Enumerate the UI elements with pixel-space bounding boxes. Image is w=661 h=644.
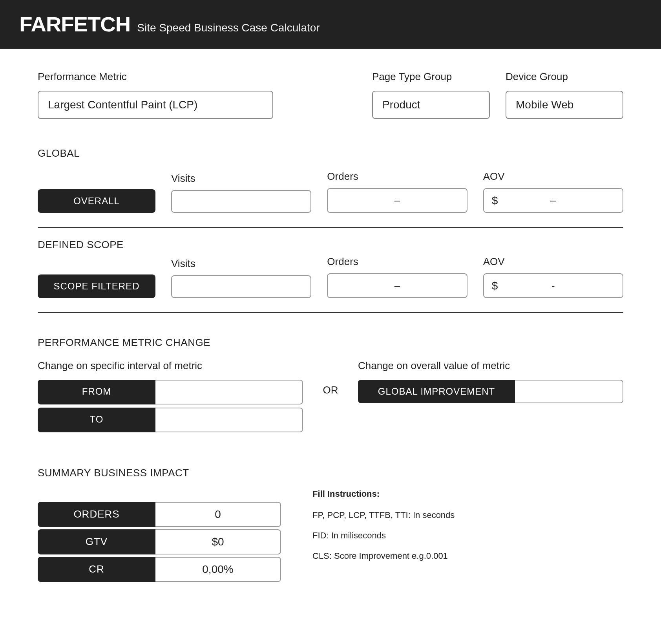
logo-text: FARFETCH (19, 13, 130, 36)
aov-label: AOV (483, 256, 623, 268)
interval-change-col: Change on specific interval of metric FR… (38, 360, 303, 435)
to-label: TO (38, 408, 155, 432)
filter-label: Performance Metric (38, 71, 273, 83)
overall-change-label: Change on overall value of metric (358, 360, 623, 372)
summary-table: ORDERS 0 GTV $0 CR 0,00% (38, 502, 281, 582)
currency-symbol: $ (492, 280, 498, 292)
device-group-select[interactable]: Mobile Web (506, 91, 623, 119)
page-type-select[interactable]: Product (372, 91, 490, 119)
summary-cr-row: CR 0,00% (38, 557, 281, 582)
interval-change-label: Change on specific interval of metric (38, 360, 303, 372)
scope-stats-row: SCOPE FILTERED Visits Orders – AOV $ - (38, 256, 623, 298)
filter-page-type: Page Type Group Product (372, 71, 490, 119)
orders-label: Orders (327, 256, 467, 268)
performance-change-section: PERFORMANCE METRIC CHANGE Change on spec… (38, 337, 623, 435)
summary-orders-label: ORDERS (38, 502, 155, 527)
filter-performance-metric: Performance Metric Largest Contentful Pa… (38, 71, 273, 119)
global-orders-value: – (327, 188, 467, 213)
divider (38, 312, 623, 313)
instructions-line: FID: In miliseconds (312, 531, 623, 541)
overall-badge: OVERALL (38, 189, 155, 213)
global-heading: GLOBAL (38, 147, 623, 159)
summary-orders-row: ORDERS 0 (38, 502, 281, 527)
global-visits-input[interactable] (171, 190, 311, 213)
global-improvement-label: GLOBAL IMPROVEMENT (358, 380, 515, 403)
or-separator: OR (319, 360, 342, 396)
aov-label: AOV (483, 170, 623, 183)
from-row: FROM (38, 380, 303, 404)
summary-cr-label: CR (38, 557, 155, 582)
summary-gtv-row: GTV $0 (38, 529, 281, 554)
global-improvement-input[interactable] (515, 380, 623, 403)
filters-row: Performance Metric Largest Contentful Pa… (38, 71, 623, 119)
from-label: FROM (38, 380, 155, 404)
change-heading: PERFORMANCE METRIC CHANGE (38, 337, 623, 349)
overall-change-col: Change on overall value of metric GLOBAL… (358, 360, 623, 403)
orders-label: Orders (327, 170, 467, 183)
summary-gtv-value: $0 (155, 529, 281, 554)
scope-orders-value: – (327, 273, 467, 298)
divider (38, 227, 623, 228)
instructions-heading: Fill Instructions: (312, 489, 623, 499)
to-input[interactable] (155, 408, 303, 432)
instructions-line: CLS: Score Improvement e.g.0.001 (312, 551, 623, 561)
global-improvement-row: GLOBAL IMPROVEMENT (358, 380, 623, 403)
summary-orders-value: 0 (155, 502, 281, 527)
currency-symbol: $ (492, 194, 498, 207)
visits-label: Visits (171, 172, 311, 185)
global-aov-value: $ – (483, 188, 623, 213)
summary-gtv-label: GTV (38, 529, 155, 554)
scope-heading: DEFINED SCOPE (38, 239, 623, 251)
global-stats-row: OVERALL Visits Orders – AOV $ – (38, 170, 623, 213)
from-input[interactable] (155, 380, 303, 404)
performance-metric-select[interactable]: Largest Contentful Paint (LCP) (38, 91, 273, 119)
filter-device-group: Device Group Mobile Web (506, 71, 623, 119)
filter-label: Page Type Group (372, 71, 490, 83)
to-row: TO (38, 408, 303, 432)
fill-instructions: Fill Instructions: FP, PCP, LCP, TTFB, T… (312, 467, 623, 571)
filter-label: Device Group (506, 71, 623, 83)
summary-cr-value: 0,00% (155, 557, 281, 582)
app-subtitle: Site Speed Business Case Calculator (137, 22, 320, 34)
scope-filtered-badge: SCOPE FILTERED (38, 274, 155, 298)
app-header: FARFETCH Site Speed Business Case Calcul… (0, 0, 661, 49)
scope-visits-input[interactable] (171, 275, 311, 298)
summary-section: SUMMARY BUSINESS IMPACT ORDERS 0 GTV $0 … (38, 467, 623, 584)
summary-heading: SUMMARY BUSINESS IMPACT (38, 467, 281, 479)
scope-aov-value: $ - (483, 273, 623, 298)
main-content: Performance Metric Largest Contentful Pa… (0, 49, 661, 600)
instructions-line: FP, PCP, LCP, TTFB, TTI: In seconds (312, 510, 623, 520)
visits-label: Visits (171, 258, 311, 270)
